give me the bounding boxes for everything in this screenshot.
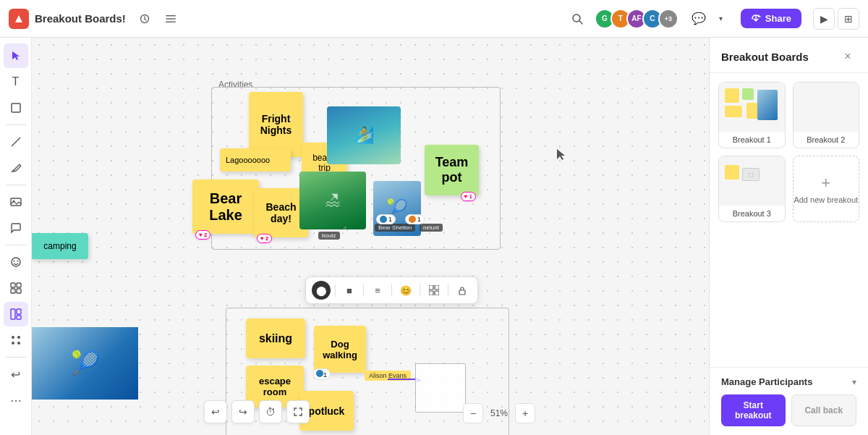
history-icon[interactable] <box>135 9 155 29</box>
app-logo <box>9 9 29 29</box>
arrow-line <box>388 379 418 380</box>
shape-tool[interactable] <box>4 96 28 120</box>
expand-tool[interactable]: ⋯ <box>4 388 28 413</box>
undo-tool[interactable]: ↩ <box>4 362 28 387</box>
svg-rect-27 <box>435 291 439 295</box>
breakout-tool active[interactable] <box>4 302 28 326</box>
svg-rect-1 <box>166 15 176 17</box>
timer-icon[interactable]: ⏱ <box>259 400 282 423</box>
user-badge-2: 1 <box>405 214 425 224</box>
cursor <box>557 149 564 156</box>
chat-icon[interactable]: 💬 <box>689 9 709 29</box>
redo-button[interactable]: ↪ <box>231 400 255 423</box>
fit-icon[interactable] <box>286 400 310 423</box>
manage-chevron-icon[interactable]: ▾ <box>852 377 856 387</box>
ft-divider4 <box>420 284 420 297</box>
start-breakout-button[interactable]: Start breakout <box>721 394 786 426</box>
template-tool[interactable] <box>4 276 28 300</box>
comment-tool[interactable] <box>4 216 28 240</box>
svg-point-23 <box>17 342 20 345</box>
svg-rect-19 <box>17 316 21 319</box>
menu-icon[interactable] <box>161 9 181 29</box>
svg-rect-26 <box>429 291 433 295</box>
lower-rect <box>415 363 466 413</box>
breakout3-thumb: □ <box>719 156 785 206</box>
bottom-bar: ↩ ↪ ⏱ <box>204 400 310 423</box>
svg-rect-14 <box>17 283 21 287</box>
sticky-lagooo[interactable]: Lagooooooo <box>220 148 291 172</box>
add-new-breakout-card[interactable]: + Add new breakout <box>793 156 860 222</box>
photo-surfer: 🏄 <box>327 106 401 164</box>
sticky-skiing[interactable]: skiing <box>246 318 305 358</box>
undo-button[interactable]: ↩ <box>204 400 227 423</box>
present-icon[interactable]: ▶ <box>813 8 835 30</box>
react-team-pot: ♥ 1 <box>461 192 476 201</box>
avatar-dropdown-icon[interactable]: ▾ <box>715 12 728 25</box>
zoom-controls: − 51% + <box>463 403 535 423</box>
board-title: Breakout Boards! <box>35 12 126 25</box>
divider1 <box>6 124 26 125</box>
breakout3-label: Breakout 3 <box>719 206 785 221</box>
svg-rect-13 <box>11 283 15 287</box>
toolbar-lines[interactable]: ≡ <box>368 281 387 300</box>
react-beach-day: ♥ 2 <box>257 234 272 243</box>
toolbar-square[interactable]: ■ <box>340 281 359 300</box>
drag-arrow: ↖ <box>343 224 349 232</box>
action-buttons: Start breakout Call back <box>721 394 856 426</box>
ft-divider5 <box>448 284 448 297</box>
grid-icon[interactable]: ⊞ <box>838 8 859 30</box>
sticky-bear-lake[interactable]: Bear Lake ♥ 2 <box>192 180 259 234</box>
photo-beach: 🏖 <box>299 172 366 229</box>
breakout-card-2[interactable]: Breakout 2 <box>793 82 860 148</box>
svg-line-7 <box>12 138 20 146</box>
svg-line-5 <box>579 21 582 24</box>
text-tool[interactable]: T <box>4 69 28 94</box>
bear-shelton-label: Bear Shelton <box>375 224 415 232</box>
svg-rect-6 <box>12 104 20 112</box>
boutz-label: boutz <box>318 232 340 240</box>
reaction-tool[interactable] <box>4 250 28 274</box>
photo-tennis-player: 🎾 <box>32 327 138 400</box>
divider3 <box>6 245 26 245</box>
svg-rect-25 <box>435 285 439 290</box>
sticky-team-pot[interactable]: Team pot ♥ 1 <box>425 145 479 195</box>
svg-point-22 <box>12 342 14 345</box>
zoom-out-button[interactable]: − <box>463 403 483 423</box>
pen-tool[interactable] <box>4 156 28 180</box>
toolbar-lock[interactable] <box>453 281 472 300</box>
ft-divider1 <box>335 284 336 297</box>
svg-rect-2 <box>166 18 176 20</box>
divider2 <box>6 185 26 185</box>
select-tool[interactable] <box>4 43 28 68</box>
main-layout: T ↩ ⋯ <box>0 38 868 435</box>
sticky-fright-nights[interactable]: Fright Nights ♥ 1 <box>249 92 303 157</box>
svg-point-21 <box>17 336 20 339</box>
toolbar-grid[interactable] <box>425 281 443 300</box>
share-button[interactable]: Share <box>741 9 801 28</box>
image-tool[interactable] <box>4 190 28 214</box>
search-button[interactable] <box>566 7 589 30</box>
manage-header: Manage Participants ▾ <box>721 376 856 387</box>
toolbar-emoji[interactable]: 😊 <box>396 281 415 300</box>
toolbar-circle[interactable]: ⬤ <box>312 281 331 300</box>
panel-close-button[interactable]: × <box>839 48 856 65</box>
zoom-level: 51% <box>486 408 512 418</box>
sticky-dog-walking[interactable]: Dog walking <box>314 326 366 373</box>
zoom-in-button[interactable]: + <box>515 403 535 423</box>
panel-header: Breakout Boards × <box>710 38 868 73</box>
svg-point-11 <box>13 261 14 262</box>
breakout-grid: Breakout 1 Breakout 2 □ Breakout 3 + Add… <box>710 73 868 231</box>
canvas-area[interactable]: Activities Fright Nights ♥ 1 Lagooooooo … <box>32 38 709 435</box>
ft-divider2 <box>363 284 364 297</box>
ft-divider3 <box>391 284 392 297</box>
add-icon: + <box>821 174 830 193</box>
nelunt-label: nelunt <box>420 224 443 232</box>
sticky-camping[interactable]: camping <box>32 233 88 259</box>
line-tool[interactable] <box>4 130 28 154</box>
svg-rect-17 <box>11 309 15 319</box>
call-back-button[interactable]: Call back <box>791 394 857 426</box>
breakout-card-1[interactable]: Breakout 1 <box>718 82 786 148</box>
apps-tool[interactable] <box>4 328 28 352</box>
breakout-card-3[interactable]: □ Breakout 3 <box>718 156 786 222</box>
topbar-extras: ▶ ⊞ <box>813 8 859 30</box>
